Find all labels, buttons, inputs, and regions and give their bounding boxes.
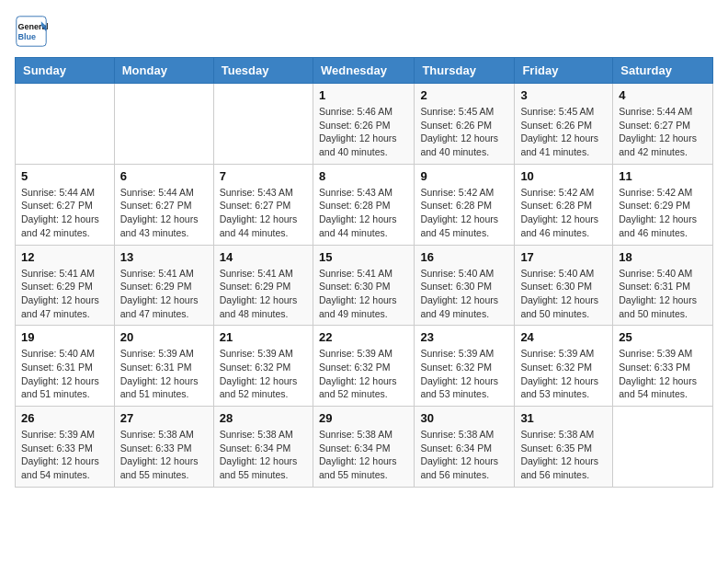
day-number: 6 <box>120 169 208 183</box>
week-row-3: 12Sunrise: 5:41 AM Sunset: 6:29 PM Dayli… <box>16 245 713 326</box>
day-info: Sunrise: 5:39 AM Sunset: 6:32 PM Dayligh… <box>319 347 408 401</box>
day-cell-7: 7Sunrise: 5:43 AM Sunset: 6:27 PM Daylig… <box>213 164 313 245</box>
svg-text:Blue: Blue <box>18 32 37 41</box>
day-cell-22: 22Sunrise: 5:39 AM Sunset: 6:32 PM Dayli… <box>313 326 414 407</box>
column-header-thursday: Thursday <box>415 58 515 84</box>
day-number: 14 <box>220 250 307 264</box>
day-number: 9 <box>420 169 508 183</box>
day-info: Sunrise: 5:40 AM Sunset: 6:31 PM Dayligh… <box>21 347 108 401</box>
day-number: 10 <box>520 169 607 183</box>
page-header: General Blue <box>15 15 713 48</box>
day-info: Sunrise: 5:46 AM Sunset: 6:26 PM Dayligh… <box>319 105 408 159</box>
day-info: Sunrise: 5:45 AM Sunset: 6:26 PM Dayligh… <box>420 105 508 159</box>
day-cell-27: 27Sunrise: 5:38 AM Sunset: 6:33 PM Dayli… <box>114 407 213 488</box>
logo-icon: General Blue <box>15 15 48 48</box>
day-cell-4: 4Sunrise: 5:44 AM Sunset: 6:27 PM Daylig… <box>613 84 713 165</box>
column-header-wednesday: Wednesday <box>313 58 414 84</box>
day-cell-14: 14Sunrise: 5:41 AM Sunset: 6:29 PM Dayli… <box>213 245 313 326</box>
day-cell-12: 12Sunrise: 5:41 AM Sunset: 6:29 PM Dayli… <box>16 245 115 326</box>
day-info: Sunrise: 5:41 AM Sunset: 6:29 PM Dayligh… <box>220 267 307 321</box>
column-header-sunday: Sunday <box>16 58 115 84</box>
day-info: Sunrise: 5:39 AM Sunset: 6:31 PM Dayligh… <box>120 347 208 401</box>
day-cell-1: 1Sunrise: 5:46 AM Sunset: 6:26 PM Daylig… <box>313 84 414 165</box>
day-info: Sunrise: 5:44 AM Sunset: 6:27 PM Dayligh… <box>619 105 707 159</box>
day-info: Sunrise: 5:39 AM Sunset: 6:33 PM Dayligh… <box>619 347 707 401</box>
day-info: Sunrise: 5:38 AM Sunset: 6:34 PM Dayligh… <box>319 428 408 482</box>
day-cell-11: 11Sunrise: 5:42 AM Sunset: 6:29 PM Dayli… <box>613 164 713 245</box>
day-cell-26: 26Sunrise: 5:39 AM Sunset: 6:33 PM Dayli… <box>16 407 115 488</box>
calendar-header-row: SundayMondayTuesdayWednesdayThursdayFrid… <box>16 58 713 84</box>
day-cell-31: 31Sunrise: 5:38 AM Sunset: 6:35 PM Dayli… <box>515 407 613 488</box>
day-cell-29: 29Sunrise: 5:38 AM Sunset: 6:34 PM Dayli… <box>313 407 414 488</box>
day-cell-13: 13Sunrise: 5:41 AM Sunset: 6:29 PM Dayli… <box>114 245 213 326</box>
day-cell-2: 2Sunrise: 5:45 AM Sunset: 6:26 PM Daylig… <box>415 84 515 165</box>
day-number: 30 <box>420 411 508 425</box>
column-header-saturday: Saturday <box>613 58 713 84</box>
day-number: 28 <box>220 411 307 425</box>
column-header-friday: Friday <box>515 58 613 84</box>
day-info: Sunrise: 5:45 AM Sunset: 6:26 PM Dayligh… <box>520 105 607 159</box>
day-number: 16 <box>420 250 508 264</box>
day-cell-24: 24Sunrise: 5:39 AM Sunset: 6:32 PM Dayli… <box>515 326 613 407</box>
logo: General Blue <box>15 15 51 48</box>
day-info: Sunrise: 5:42 AM Sunset: 6:28 PM Dayligh… <box>420 186 508 240</box>
day-cell-30: 30Sunrise: 5:38 AM Sunset: 6:34 PM Dayli… <box>415 407 515 488</box>
day-info: Sunrise: 5:41 AM Sunset: 6:29 PM Dayligh… <box>120 267 208 321</box>
day-cell-16: 16Sunrise: 5:40 AM Sunset: 6:30 PM Dayli… <box>415 245 515 326</box>
day-number: 19 <box>21 330 108 344</box>
day-cell-10: 10Sunrise: 5:42 AM Sunset: 6:28 PM Dayli… <box>515 164 613 245</box>
day-cell-21: 21Sunrise: 5:39 AM Sunset: 6:32 PM Dayli… <box>213 326 313 407</box>
day-info: Sunrise: 5:43 AM Sunset: 6:27 PM Dayligh… <box>220 186 307 240</box>
column-header-monday: Monday <box>114 58 213 84</box>
day-number: 12 <box>21 250 108 264</box>
day-number: 13 <box>120 250 208 264</box>
empty-cell <box>613 407 713 488</box>
day-number: 31 <box>520 411 607 425</box>
day-info: Sunrise: 5:39 AM Sunset: 6:32 PM Dayligh… <box>520 347 607 401</box>
day-info: Sunrise: 5:41 AM Sunset: 6:30 PM Dayligh… <box>319 267 408 321</box>
day-number: 23 <box>420 330 508 344</box>
day-cell-8: 8Sunrise: 5:43 AM Sunset: 6:28 PM Daylig… <box>313 164 414 245</box>
day-number: 15 <box>319 250 408 264</box>
week-row-5: 26Sunrise: 5:39 AM Sunset: 6:33 PM Dayli… <box>16 407 713 488</box>
day-info: Sunrise: 5:43 AM Sunset: 6:28 PM Dayligh… <box>319 186 408 240</box>
day-number: 4 <box>619 88 707 102</box>
day-number: 24 <box>520 330 607 344</box>
day-number: 3 <box>520 88 607 102</box>
day-number: 11 <box>619 169 707 183</box>
day-info: Sunrise: 5:42 AM Sunset: 6:28 PM Dayligh… <box>520 186 607 240</box>
day-cell-3: 3Sunrise: 5:45 AM Sunset: 6:26 PM Daylig… <box>515 84 613 165</box>
week-row-2: 5Sunrise: 5:44 AM Sunset: 6:27 PM Daylig… <box>16 164 713 245</box>
day-number: 21 <box>220 330 307 344</box>
day-info: Sunrise: 5:40 AM Sunset: 6:30 PM Dayligh… <box>420 267 508 321</box>
week-row-4: 19Sunrise: 5:40 AM Sunset: 6:31 PM Dayli… <box>16 326 713 407</box>
empty-cell <box>114 84 213 165</box>
day-number: 1 <box>319 88 408 102</box>
day-cell-23: 23Sunrise: 5:39 AM Sunset: 6:32 PM Dayli… <box>415 326 515 407</box>
day-info: Sunrise: 5:44 AM Sunset: 6:27 PM Dayligh… <box>120 186 208 240</box>
day-number: 18 <box>619 250 707 264</box>
day-number: 27 <box>120 411 208 425</box>
day-cell-20: 20Sunrise: 5:39 AM Sunset: 6:31 PM Dayli… <box>114 326 213 407</box>
day-info: Sunrise: 5:44 AM Sunset: 6:27 PM Dayligh… <box>21 186 108 240</box>
day-info: Sunrise: 5:38 AM Sunset: 6:35 PM Dayligh… <box>520 428 607 482</box>
day-cell-19: 19Sunrise: 5:40 AM Sunset: 6:31 PM Dayli… <box>16 326 115 407</box>
day-info: Sunrise: 5:38 AM Sunset: 6:33 PM Dayligh… <box>120 428 208 482</box>
day-number: 5 <box>21 169 108 183</box>
column-header-tuesday: Tuesday <box>213 58 313 84</box>
day-info: Sunrise: 5:39 AM Sunset: 6:32 PM Dayligh… <box>220 347 307 401</box>
day-info: Sunrise: 5:39 AM Sunset: 6:33 PM Dayligh… <box>21 428 108 482</box>
day-number: 20 <box>120 330 208 344</box>
day-info: Sunrise: 5:42 AM Sunset: 6:29 PM Dayligh… <box>619 186 707 240</box>
day-number: 22 <box>319 330 408 344</box>
day-cell-15: 15Sunrise: 5:41 AM Sunset: 6:30 PM Dayli… <box>313 245 414 326</box>
day-cell-28: 28Sunrise: 5:38 AM Sunset: 6:34 PM Dayli… <box>213 407 313 488</box>
day-info: Sunrise: 5:40 AM Sunset: 6:31 PM Dayligh… <box>619 267 707 321</box>
day-info: Sunrise: 5:41 AM Sunset: 6:29 PM Dayligh… <box>21 267 108 321</box>
week-row-1: 1Sunrise: 5:46 AM Sunset: 6:26 PM Daylig… <box>16 84 713 165</box>
day-number: 7 <box>220 169 307 183</box>
day-number: 8 <box>319 169 408 183</box>
day-number: 17 <box>520 250 607 264</box>
calendar-body: 1Sunrise: 5:46 AM Sunset: 6:26 PM Daylig… <box>16 84 713 488</box>
day-number: 26 <box>21 411 108 425</box>
